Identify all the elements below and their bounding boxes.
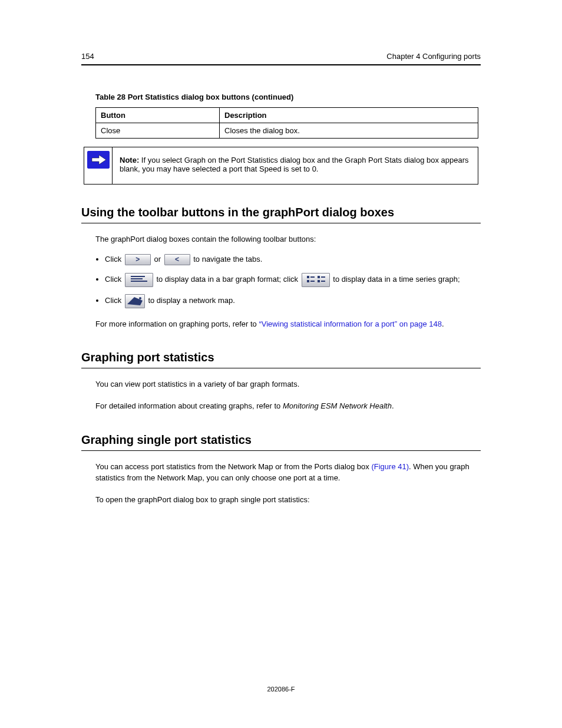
network-map-button-icon <box>125 294 145 308</box>
section-heading-single-port: Graphing single port statistics <box>81 433 481 447</box>
single-p1: You can access port statistics from the … <box>95 462 481 484</box>
list-item-graph-format: Click to display data in a bar graph for… <box>105 273 481 287</box>
graph-p2: For detailed information about creating … <box>95 401 481 412</box>
table-header-row: Button Description <box>96 108 478 123</box>
section-rule <box>81 368 481 368</box>
svg-rect-5 <box>307 276 309 278</box>
section-heading-toolbar: Using the toolbar buttons in the graphPo… <box>81 206 481 219</box>
chapter-title: Chapter 4 Configuring ports <box>386 52 481 61</box>
emphasis: Monitoring ESM Network Health <box>283 401 392 410</box>
section-heading-graphing: Graphing port statistics <box>81 351 481 364</box>
note-icon-cell <box>84 147 113 184</box>
note-text: Note: If you select Graph on the Port St… <box>113 147 478 184</box>
section-rule <box>81 223 481 223</box>
next-tab-button-icon: > <box>125 254 151 265</box>
text-fragment: . <box>442 319 444 328</box>
note-box: Note: If you select Graph on the Port St… <box>84 147 478 185</box>
note-label: Note: <box>120 156 139 164</box>
svg-rect-9 <box>318 276 320 278</box>
text-fragment: to display a network map. <box>148 296 234 305</box>
graph-p1: You can view port statistics in a variet… <box>95 379 481 390</box>
time-series-button-icon <box>302 273 330 287</box>
text-fragment: to display data in a time series graph; <box>333 275 459 284</box>
cell-button-name: Close <box>96 123 220 139</box>
text-fragment: to navigate the tabs. <box>193 255 262 263</box>
toolbar-intro: The graphPort dialog boxes contain the f… <box>95 234 481 245</box>
page-number: 154 <box>81 52 94 61</box>
svg-rect-11 <box>318 280 320 282</box>
bar-graph-button-icon <box>125 273 153 287</box>
table-row: Close Closes the dialog box. <box>96 123 478 139</box>
col-header-button: Button <box>96 108 220 123</box>
text-fragment: to display data in a bar graph format; c… <box>156 275 300 284</box>
section-rule <box>81 450 481 451</box>
header-rule <box>81 64 481 65</box>
note-body: If you select Graph on the Port Statisti… <box>120 156 469 173</box>
text-fragment: Click <box>105 275 124 284</box>
text-fragment: Click <box>105 255 124 263</box>
arrow-right-icon <box>87 151 110 169</box>
list-item-network-map: Click to display a network map. <box>105 294 481 308</box>
single-p2: To open the graphPort dialog box to grap… <box>95 495 481 506</box>
text-fragment: Click <box>105 296 124 305</box>
page-header: 154 Chapter 4 Configuring ports <box>81 52 481 61</box>
toolbar-outro: For more information on graphing ports, … <box>95 319 481 330</box>
text-fragment: . <box>392 401 394 410</box>
toolbar-list: Click > or < to navigate the tabs. Click… <box>105 253 481 308</box>
table-caption: Table 28 Port Statistics dialog box butt… <box>95 93 481 101</box>
col-header-description: Description <box>220 108 478 123</box>
text-fragment: For detailed information about creating … <box>95 401 283 410</box>
svg-rect-7 <box>307 280 309 282</box>
text-fragment: or <box>154 255 163 263</box>
cross-ref-link[interactable]: “Viewing statistical information for a p… <box>259 319 441 328</box>
text-fragment: You can access port statistics from the … <box>95 462 371 471</box>
cell-description: Closes the dialog box. <box>220 123 478 139</box>
prev-tab-button-icon: < <box>164 254 190 265</box>
svg-point-14 <box>139 297 141 299</box>
port-statistics-buttons-table: Button Description Close Closes the dial… <box>95 107 478 139</box>
list-item-navigate: Click > or < to navigate the tabs. <box>105 253 481 266</box>
text-fragment: For more information on graphing ports, … <box>95 319 259 328</box>
doc-footer: 202086-F <box>81 686 481 693</box>
figure-ref-link[interactable]: (Figure 41) <box>371 462 409 471</box>
